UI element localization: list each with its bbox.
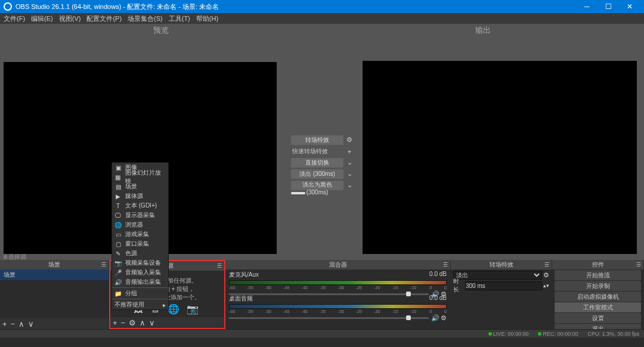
- unselected-hint: 未选择源: [0, 253, 29, 260]
- status-rec: REC: 00:00:00: [543, 331, 578, 337]
- scene-down-button[interactable]: ∨: [28, 320, 34, 329]
- gear-icon[interactable]: ⚙: [441, 314, 447, 322]
- chevron-down-icon[interactable]: ⌄: [345, 181, 354, 190]
- start-stream-button[interactable]: 开始推流: [555, 270, 641, 280]
- window-icon: ▢: [114, 241, 122, 247]
- text-icon: T: [114, 203, 122, 209]
- scene-item[interactable]: 场景: [0, 269, 109, 280]
- statusbar: LIVE: 00:00:00 REC: 00:00:00 CPU: 1.3%, …: [0, 329, 644, 337]
- menu-tools[interactable]: 工具(T): [169, 14, 190, 23]
- speaker-icon[interactable]: 🔊: [431, 314, 439, 322]
- camera-icon: 📷: [114, 260, 122, 267]
- ctx-display[interactable]: 🖵显示器采集: [112, 210, 168, 220]
- bottom-panels: 场景☰ 场景 + − ∧ ∨ 来源☰ 您还没有添加任何源。 点击下面的 + 按钮…: [0, 260, 644, 329]
- menu-profile[interactable]: 配置文件(P): [86, 14, 122, 23]
- vu-meter: [229, 304, 447, 309]
- source-up-button[interactable]: ∧: [140, 318, 145, 327]
- stepper-icon[interactable]: ▴▾: [543, 283, 549, 289]
- controls-panel: 控件☰ 开始推流 开始录制 启动虚拟摄像机 工作室模式 设置 退出: [552, 260, 644, 329]
- transition-panel: 转场特效 ⚙ 快速转场特效 + 直接切换⌄ 淡出 (300ms)⌄ 淡出为黑色 …: [291, 135, 354, 194]
- gear-icon[interactable]: ⚙: [543, 271, 549, 279]
- hamburger-icon[interactable]: ☰: [636, 262, 641, 268]
- menu-scene-collection[interactable]: 场景集合(S): [128, 14, 163, 23]
- menu-view[interactable]: 视图(V): [59, 14, 81, 23]
- hamburger-icon[interactable]: ☰: [544, 262, 549, 268]
- obs-logo-icon: [4, 2, 12, 11]
- ctx-slideshow[interactable]: ▦图像幻灯片放映: [112, 172, 168, 182]
- settings-button[interactable]: 设置: [555, 313, 641, 323]
- start-virtualcam-button[interactable]: 启动虚拟摄像机: [555, 292, 641, 302]
- db-ticks: -60-55-50-45-40-35-30-25-20-15-10-50: [229, 286, 447, 290]
- mixer-panel: 混合器☰ 麦克风/Aux0.0 dB -60-55-50-45-40-35-30…: [225, 260, 451, 329]
- remove-source-button[interactable]: −: [121, 318, 126, 327]
- ctx-color[interactable]: ✎色源: [112, 249, 168, 258]
- output-label: 输出: [475, 25, 491, 36]
- audioout-icon: 🔊: [114, 279, 122, 286]
- folder-icon: 📁: [114, 290, 122, 297]
- duration-input[interactable]: [465, 281, 542, 290]
- scene-up-button[interactable]: ∧: [18, 320, 24, 329]
- ctx-audioout[interactable]: 🔊音频输出采集: [112, 277, 168, 287]
- ctx-browser[interactable]: 🌐浏览器: [112, 220, 168, 230]
- rec-dot-icon: [538, 332, 541, 336]
- tbar-slider[interactable]: [291, 192, 305, 194]
- ctx-deprecated[interactable]: 不推荐使用▸: [112, 300, 168, 309]
- add-scene-button[interactable]: +: [2, 320, 7, 329]
- add-source-button[interactable]: +: [113, 318, 117, 327]
- output-pane: [363, 61, 637, 254]
- titlebar: OBS Studio 26.1.1 (64-bit, windows) - 配置…: [0, 0, 644, 13]
- transition-button[interactable]: 转场特效: [291, 135, 343, 145]
- start-record-button[interactable]: 开始录制: [555, 281, 641, 291]
- scenes-header[interactable]: 场景☰: [0, 260, 109, 269]
- window-title: OBS Studio 26.1.1 (64-bit, windows) - 配置…: [16, 2, 576, 11]
- media-icon: ▶: [114, 193, 122, 200]
- ctx-audioin[interactable]: 🎤音频输入采集: [112, 268, 168, 277]
- ctx-camera[interactable]: 📷视频采集设备: [112, 258, 168, 268]
- ctx-window[interactable]: ▢窗口采集: [112, 239, 168, 249]
- controls-header[interactable]: 控件☰: [552, 260, 643, 269]
- transition-gear-icon[interactable]: ⚙: [345, 135, 354, 145]
- chevron-down-icon[interactable]: ⌄: [345, 158, 354, 168]
- menu-help[interactable]: 帮助(H): [196, 14, 218, 23]
- game-icon: ▭: [114, 231, 122, 238]
- live-dot-icon: [488, 332, 492, 336]
- add-transition-icon[interactable]: +: [345, 147, 354, 156]
- color-icon: ✎: [114, 250, 122, 257]
- scenes-toolbar: + − ∧ ∨: [0, 318, 109, 329]
- ctx-group[interactable]: 📁分组: [112, 289, 168, 298]
- transitions-header[interactable]: 转场特效☰: [451, 260, 552, 269]
- volume-slider[interactable]: [229, 317, 429, 319]
- exit-button[interactable]: 退出: [555, 324, 641, 329]
- ctx-game[interactable]: ▭游戏采集: [112, 230, 168, 239]
- remove-scene-button[interactable]: −: [11, 320, 16, 329]
- db-ticks: -60-55-50-45-40-35-30-25-20-15-10-50: [229, 309, 447, 314]
- source-context-menu: ▣图像 ▦图像幻灯片放映 ▤场景 ▶媒体源 T文本 (GDI+) 🖵显示器采集 …: [112, 162, 169, 310]
- status-live: LIVE: 00:00:00: [493, 331, 529, 337]
- mixer-header[interactable]: 混合器☰: [225, 260, 450, 269]
- transition-fade-black[interactable]: 淡出为黑色 (300ms): [291, 181, 343, 190]
- preview-label: 预览: [153, 25, 169, 36]
- hamburger-icon[interactable]: ☰: [443, 262, 448, 268]
- browser-icon: 🌐: [114, 222, 122, 228]
- chevron-down-icon[interactable]: ⌄: [345, 169, 354, 179]
- ctx-text[interactable]: T文本 (GDI+): [112, 201, 168, 210]
- close-button[interactable]: ✕: [619, 0, 640, 13]
- source-props-button[interactable]: ⚙: [129, 318, 136, 327]
- menu-file[interactable]: 文件(F): [4, 14, 25, 23]
- hamburger-icon[interactable]: ☰: [101, 262, 106, 268]
- maximize-button[interactable]: ☐: [597, 0, 619, 13]
- ctx-media[interactable]: ▶媒体源: [112, 191, 168, 201]
- slideshow-icon: ▦: [114, 174, 122, 181]
- hamburger-icon[interactable]: ☰: [217, 263, 222, 269]
- transition-fade[interactable]: 淡出 (300ms): [291, 169, 343, 179]
- sources-toolbar: + − ⚙ ∧ ∨: [110, 317, 224, 328]
- mixer-track-desktop: 桌面音频0.0 dB -60-55-50-45-40-35-30-25-20-1…: [225, 293, 450, 317]
- source-down-button[interactable]: ∨: [149, 318, 155, 327]
- quick-transition-label: 快速转场特效: [291, 147, 343, 156]
- transition-cut[interactable]: 直接切换: [291, 158, 343, 168]
- preview-area: 预览 输出 转场特效 ⚙ 快速转场特效 + 直接切换⌄ 淡出 (300ms)⌄ …: [0, 24, 644, 260]
- studio-mode-button[interactable]: 工作室模式: [555, 302, 641, 312]
- menu-edit[interactable]: 编辑(E): [31, 14, 53, 23]
- transition-select[interactable]: 淡出: [453, 271, 542, 280]
- minimize-button[interactable]: ─: [576, 0, 597, 13]
